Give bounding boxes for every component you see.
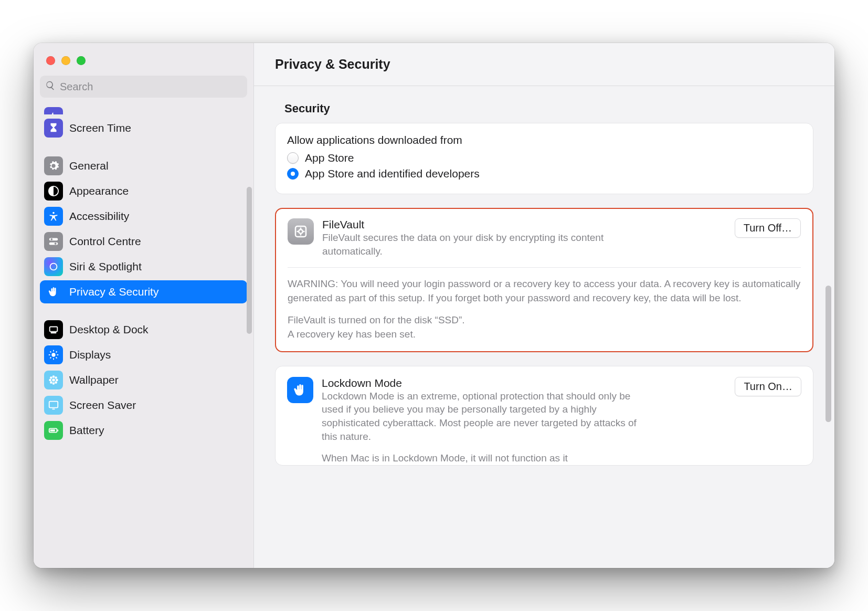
system-settings-window: Focus Screen Time General: [34, 43, 834, 568]
sidebar-item-label: Focus: [69, 112, 99, 114]
window-controls: [34, 54, 253, 67]
sidebar-item-label: Accessibility: [69, 210, 129, 223]
sidebar-item-label: Appearance: [69, 185, 129, 197]
filevault-turn-off-button[interactable]: Turn Off…: [735, 218, 801, 238]
svg-line-16: [50, 357, 51, 359]
moon-icon: [44, 107, 63, 114]
hand-icon: [44, 282, 63, 301]
sidebar-item-control-centre[interactable]: Control Centre: [40, 230, 247, 253]
siri-icon: [44, 257, 63, 276]
contrast-icon: [44, 182, 63, 201]
minimize-window-button[interactable]: [61, 56, 70, 65]
content-scrollbar-thumb[interactable]: [825, 286, 831, 422]
svg-rect-28: [52, 408, 55, 409]
svg-point-6: [50, 264, 57, 270]
section-title-security: Security: [275, 102, 813, 115]
sidebar-item-label: Screen Saver: [69, 399, 136, 412]
sidebar-item-label: Battery: [69, 424, 104, 437]
filevault-status: FileVault is turned on for the disk “SSD…: [288, 313, 801, 341]
filevault-icon: [288, 218, 314, 245]
allow-apps-label: Allow applications downloaded from: [287, 134, 801, 146]
sidebar-item-general[interactable]: General: [40, 154, 247, 177]
filevault-status-line: A recovery key has been set.: [288, 328, 801, 342]
sidebar: Focus Screen Time General: [34, 43, 254, 568]
sidebar-item-label: Screen Time: [69, 122, 131, 134]
sidebar-item-privacy-security[interactable]: Privacy & Security: [40, 280, 247, 303]
lockdown-turn-on-button[interactable]: Turn On…: [735, 377, 801, 396]
svg-point-25: [50, 381, 52, 384]
filevault-warning: WARNING: You will need your login passwo…: [288, 277, 801, 305]
search-icon: [45, 80, 56, 93]
svg-point-18: [52, 378, 55, 382]
svg-point-20: [52, 382, 55, 385]
hourglass-icon: [44, 119, 63, 138]
sidebar-item-screen-saver[interactable]: Screen Saver: [40, 394, 247, 417]
filevault-description: FileVault secures the data on your disk …: [322, 231, 648, 258]
svg-point-33: [299, 229, 303, 234]
radio-icon: [287, 152, 299, 164]
svg-rect-2: [49, 238, 58, 241]
dock-icon: [44, 320, 63, 339]
sidebar-item-label: Wallpaper: [69, 374, 119, 386]
screen-saver-icon: [44, 396, 63, 415]
sidebar-item-displays[interactable]: Displays: [40, 343, 247, 366]
search-wrap: [34, 67, 253, 103]
sidebar-item-siri-spotlight[interactable]: Siri & Spotlight: [40, 255, 247, 278]
sidebar-item-desktop-dock[interactable]: Desktop & Dock: [40, 318, 247, 341]
divider: [288, 267, 801, 268]
search-field[interactable]: [40, 76, 247, 98]
svg-point-5: [55, 243, 57, 245]
svg-rect-30: [57, 429, 58, 431]
lockdown-more-text: When Mac is in Lockdown Mode, it will no…: [322, 451, 647, 465]
sun-icon: [44, 345, 63, 364]
svg-point-19: [52, 375, 55, 378]
svg-rect-8: [51, 332, 57, 334]
radio-label: App Store and identified developers: [305, 167, 480, 180]
sidebar-item-label: Privacy & Security: [69, 286, 158, 298]
svg-point-23: [50, 376, 52, 379]
sidebar-item-focus[interactable]: Focus: [40, 103, 247, 114]
svg-line-14: [50, 351, 51, 352]
svg-rect-3: [49, 243, 58, 245]
svg-rect-31: [50, 429, 55, 431]
sidebar-item-screen-time[interactable]: Screen Time: [40, 117, 247, 140]
sidebar-list: Focus Screen Time General: [40, 103, 247, 442]
close-window-button[interactable]: [46, 56, 55, 65]
filevault-title: FileVault: [322, 218, 726, 231]
battery-icon: [44, 421, 63, 440]
lockdown-title: Lockdown Mode: [322, 377, 726, 389]
sidebar-scroll: Focus Screen Time General: [34, 103, 253, 568]
lockdown-description: Lockdown Mode is an extreme, optional pr…: [322, 389, 647, 444]
svg-line-15: [56, 357, 57, 359]
svg-line-17: [56, 351, 57, 352]
sidebar-item-accessibility[interactable]: Accessibility: [40, 205, 247, 228]
gear-icon: [44, 156, 63, 175]
sidebar-item-appearance[interactable]: Appearance: [40, 180, 247, 203]
sidebar-item-wallpaper[interactable]: Wallpaper: [40, 368, 247, 392]
fullscreen-window-button[interactable]: [77, 56, 86, 65]
search-input[interactable]: [60, 81, 242, 93]
filevault-status-line: FileVault is turned on for the disk “SSD…: [288, 313, 801, 328]
content-scroll: Security Allow applications downloaded f…: [254, 86, 834, 568]
sidebar-item-label: Siri & Spotlight: [69, 260, 142, 273]
radio-label: App Store: [305, 152, 354, 164]
accessibility-icon: [44, 207, 63, 226]
flower-icon: [44, 371, 63, 389]
svg-rect-27: [49, 402, 58, 408]
allow-apps-option-identified-devs[interactable]: App Store and identified developers: [287, 167, 801, 180]
svg-point-1: [52, 212, 55, 214]
sidebar-item-battery[interactable]: Battery: [40, 419, 247, 442]
allow-apps-card: Allow applications downloaded from App S…: [275, 123, 813, 194]
sidebar-item-label: Control Centre: [69, 235, 141, 248]
lockdown-card: Lockdown Mode Lockdown Mode is an extrem…: [275, 366, 813, 466]
sidebar-scrollbar-thumb[interactable]: [247, 187, 252, 334]
page-title: Privacy & Security: [275, 57, 390, 72]
sidebar-item-label: General: [69, 160, 109, 172]
allow-apps-option-app-store[interactable]: App Store: [287, 152, 801, 164]
main-pane: Privacy & Security Security Allow applic…: [254, 43, 834, 568]
toggles-icon: [44, 232, 63, 251]
titlebar: Privacy & Security: [254, 43, 834, 86]
lockdown-icon: [287, 377, 313, 403]
filevault-card: FileVault FileVault secures the data on …: [275, 208, 813, 352]
svg-point-21: [49, 379, 51, 382]
